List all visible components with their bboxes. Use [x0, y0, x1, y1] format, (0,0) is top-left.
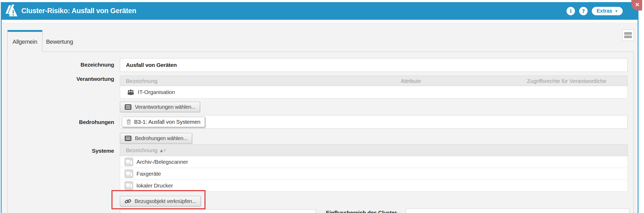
bedrohungen-waehlen-button[interactable]: Bedrohungen wählen...: [120, 133, 192, 143]
sort-asc-icon[interactable]: ▲: [160, 148, 163, 152]
group-icon: [127, 89, 135, 96]
help-button[interactable]: ?: [579, 7, 588, 15]
list-icon: [125, 104, 131, 110]
extras-button[interactable]: Extras ▼: [592, 7, 623, 15]
sort-desc-icon[interactable]: ▼: [163, 148, 166, 152]
bedrohungen-field[interactable]: B3-1: Ausfall von Systemen: [120, 115, 628, 129]
cluster-risk-icon: [5, 4, 18, 19]
systeme-row[interactable]: lokaler Drucker: [120, 180, 628, 192]
bezeichnung-input[interactable]: Ausfall von Geräten: [120, 58, 628, 72]
page-title: Cluster-Risiko: Ausfall von Geräten: [21, 2, 136, 20]
extras-label: Extras: [597, 8, 612, 14]
einflussbereich-label: Einflussbereich des Cluster-: [319, 210, 398, 213]
systeme-table-header[interactable]: Bezeichnung ▲ ▼: [120, 144, 628, 156]
bottom-left-field[interactable]: [120, 209, 316, 213]
info-button[interactable]: i: [567, 7, 575, 15]
systeme-label: Systeme: [26, 148, 114, 154]
bedrohungen-label: Bedrohungen: [26, 119, 114, 125]
app-window: Cluster-Risiko: Ausfall von Geräten i ? …: [0, 0, 644, 213]
verantwortung-label: Verantwortung: [26, 76, 114, 82]
column-attribute: Attribute: [401, 76, 421, 86]
systeme-row-label: Faxgeräte: [136, 171, 161, 177]
systeme-row[interactable]: Archiv-/Belegscanner: [120, 156, 628, 168]
verantwortung-row-label: IT-Organisation: [138, 89, 175, 95]
button-label: Bezugsobjekt verknüpfen...: [135, 198, 196, 204]
list-view-icon: [624, 32, 632, 35]
list-view-toggle-button[interactable]: [622, 29, 634, 41]
bezugsobjekt-verknuepfen-button[interactable]: Bezugsobjekt verknüpfen...: [120, 196, 201, 206]
bedrohung-chip[interactable]: B3-1: Ausfall von Systemen: [122, 117, 205, 127]
list-icon: [125, 136, 131, 141]
window-frame-right: [638, 20, 638, 213]
system-icon: [124, 169, 133, 178]
info-icon: i: [570, 8, 572, 14]
close-icon: ✕: [635, 2, 640, 8]
systeme-row[interactable]: Faxgeräte: [120, 168, 628, 180]
tab-allgemein[interactable]: Allgemein: [7, 30, 42, 52]
window-titlebar: Cluster-Risiko: Ausfall von Geräten i ? …: [1, 2, 638, 20]
system-icon: [124, 181, 133, 190]
help-icon: ?: [582, 8, 585, 14]
button-label: Verantwortungen wählen...: [135, 104, 195, 110]
link-icon: [125, 199, 131, 204]
bezeichnung-label: Bezeichnung: [26, 62, 114, 68]
verantwortungen-waehlen-button[interactable]: Verantwortungen wählen...: [120, 102, 200, 112]
column-bezeichnung: Bezeichnung: [126, 76, 157, 86]
verantwortung-table-header: Bezeichnung Attribute Zugriffsrechte für…: [120, 76, 628, 86]
systeme-row-label: lokaler Drucker: [136, 182, 173, 189]
system-icon: [124, 157, 133, 166]
column-zugriffsrechte: Zugriffsrechte für Verantwortliche: [527, 76, 606, 86]
bezeichnung-value: Ausfall von Geräten: [120, 62, 177, 68]
tab-bewertung[interactable]: Bewertung: [42, 32, 77, 52]
content-top-strip: [2, 20, 638, 23]
einflussbereich-input[interactable]: [406, 209, 629, 213]
column-bezeichnung-sortable[interactable]: Bezeichnung: [126, 147, 157, 153]
verantwortung-row[interactable]: IT-Organisation: [120, 86, 628, 98]
chevron-down-icon: ▼: [614, 9, 618, 13]
trash-icon[interactable]: [126, 119, 131, 125]
bedrohung-chip-label: B3-1: Ausfall von Systemen: [134, 119, 201, 125]
button-label: Bedrohungen wählen...: [135, 135, 187, 141]
systeme-row-label: Archiv-/Belegscanner: [136, 159, 188, 165]
